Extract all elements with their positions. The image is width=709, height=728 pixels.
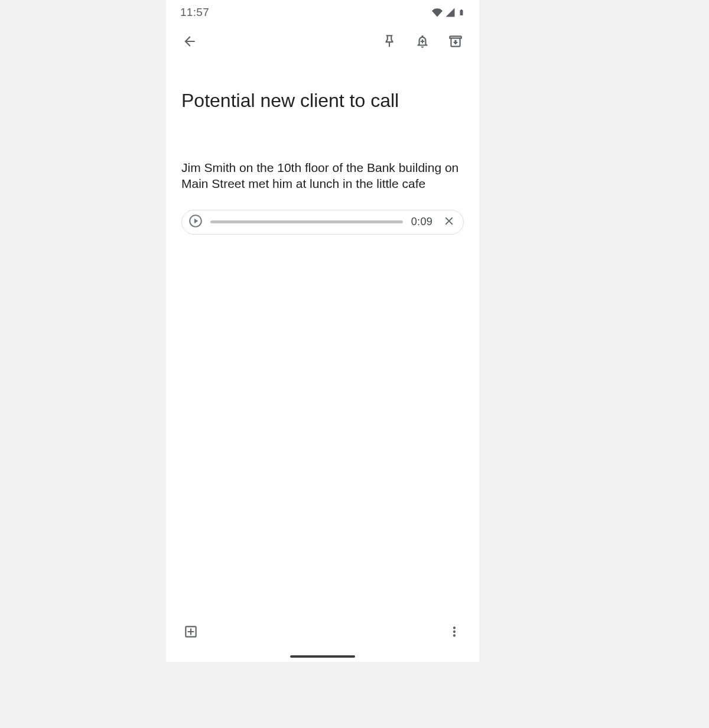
- audio-player: 0:09: [181, 210, 464, 235]
- arrow-back-icon: [182, 34, 197, 51]
- status-bar: 11:57: [166, 0, 479, 25]
- phone-frame: 11:57: [166, 0, 479, 662]
- add-box-icon: [183, 624, 199, 641]
- audio-duration: 0:09: [410, 216, 434, 228]
- close-icon: [443, 214, 456, 229]
- note-title[interactable]: Potential new client to call: [181, 89, 464, 112]
- bell-plus-icon: [415, 34, 430, 51]
- back-button[interactable]: [175, 28, 204, 56]
- audio-delete-button[interactable]: [441, 214, 457, 230]
- pin-icon: [382, 34, 397, 51]
- more-options-button[interactable]: [440, 618, 469, 646]
- gesture-handle[interactable]: [290, 655, 355, 658]
- gesture-handle-area: [166, 651, 479, 662]
- statusbar-icons: [432, 6, 465, 18]
- wifi-icon: [432, 7, 443, 18]
- archive-button[interactable]: [441, 28, 470, 56]
- reminder-button[interactable]: [408, 28, 437, 56]
- pin-button[interactable]: [375, 28, 404, 56]
- play-button[interactable]: [188, 214, 203, 230]
- archive-icon: [448, 34, 463, 51]
- audio-progress-track[interactable]: [210, 220, 403, 223]
- app-bar: [166, 25, 479, 59]
- play-icon: [188, 213, 203, 230]
- cellular-icon: [445, 7, 456, 18]
- battery-icon: [458, 6, 465, 18]
- add-content-button[interactable]: [177, 618, 205, 646]
- statusbar-time: 11:57: [180, 6, 209, 19]
- bottom-bar: [166, 613, 479, 651]
- note-content: Potential new client to call Jim Smith o…: [166, 59, 479, 613]
- note-body[interactable]: Jim Smith on the 10th floor of the Bank …: [181, 160, 464, 192]
- more-vert-icon: [447, 624, 462, 641]
